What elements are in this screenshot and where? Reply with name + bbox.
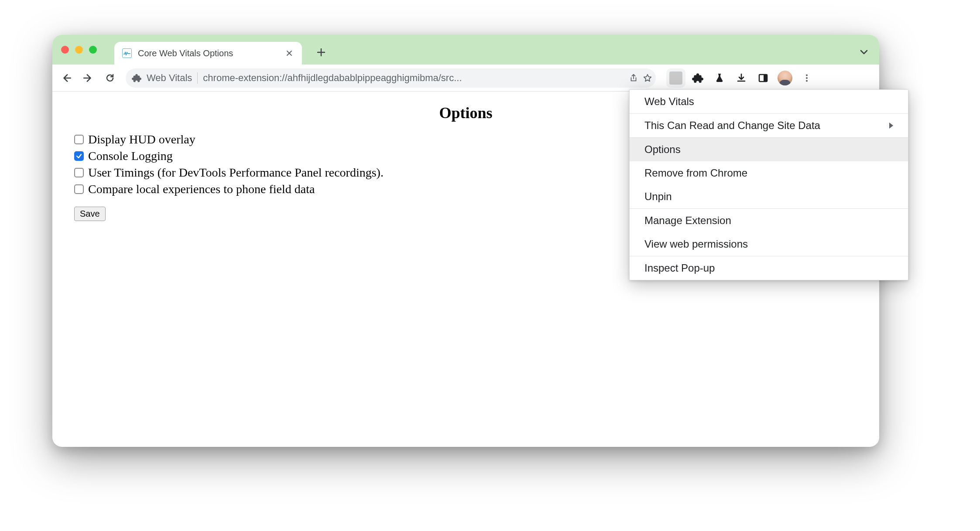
toolbar: Web Vitals chrome-extension://ahfhijdleg… [52,65,879,92]
forward-button[interactable] [79,68,98,88]
menu-item-label: Manage Extension [644,214,731,227]
omnibox-extension-name: Web Vitals [147,72,192,84]
submenu-arrow-icon [889,123,893,129]
extensions-button[interactable] [689,69,706,87]
svg-point-4 [806,80,808,82]
option-label: Compare local experiences to phone field… [88,182,315,196]
tab-favicon-icon [122,48,132,58]
chrome-menu-button[interactable] [798,69,816,87]
extension-icon [132,73,141,83]
menu-item-site-data[interactable]: This Can Read and Change Site Data [630,114,908,137]
omnibox-url: chrome-extension://ahfhijdlegdabablpippe… [203,72,624,84]
svg-point-3 [806,77,808,78]
menu-item-label: Inspect Pop-up [644,262,715,274]
close-window-button[interactable] [61,46,69,54]
menu-item-label: Remove from Chrome [644,167,747,179]
extension-context-menu: Web Vitals This Can Read and Change Site… [629,89,908,280]
tab-title: Core Web Vitals Options [138,48,278,58]
menu-item-label: This Can Read and Change Site Data [644,119,820,132]
bookmark-star-icon[interactable] [643,73,652,83]
checkbox-user-timings[interactable] [74,168,84,177]
window-controls [61,46,97,54]
labs-button[interactable] [711,69,728,87]
menu-item-remove[interactable]: Remove from Chrome [630,161,908,185]
svg-rect-1 [764,75,767,82]
profile-avatar[interactable] [776,69,794,87]
menu-item-inspect-popup[interactable]: Inspect Pop-up [630,256,908,280]
svg-point-2 [806,74,808,76]
side-panel-button[interactable] [754,69,772,87]
browser-tab[interactable]: Core Web Vitals Options [114,42,302,65]
minimize-window-button[interactable] [75,46,83,54]
downloads-button[interactable] [733,69,750,87]
option-label: Display HUD overlay [88,133,195,146]
reload-button[interactable] [100,68,120,88]
context-menu-header: Web Vitals [630,90,908,113]
maximize-window-button[interactable] [89,46,97,54]
menu-item-manage-extension[interactable]: Manage Extension [630,209,908,232]
checkbox-hud-overlay[interactable] [74,135,84,144]
menu-item-label: View web permissions [644,238,748,250]
menu-item-label: Options [644,143,681,156]
current-extension-button[interactable] [667,69,685,87]
avatar-icon [778,71,792,85]
back-button[interactable] [57,68,76,88]
menu-item-unpin[interactable]: Unpin [630,185,908,208]
tab-strip: Core Web Vitals Options [52,35,879,65]
new-tab-button[interactable] [312,44,330,61]
extension-square-icon [669,71,682,85]
tab-list-button[interactable] [859,47,869,57]
checkbox-compare-local[interactable] [74,184,84,194]
save-button[interactable]: Save [74,207,106,221]
share-icon[interactable] [629,73,638,83]
tab-close-button[interactable] [284,48,294,58]
address-bar[interactable]: Web Vitals chrome-extension://ahfhijdleg… [126,68,656,88]
checkbox-console-logging[interactable] [74,151,84,161]
option-label: User Timings (for DevTools Performance P… [88,166,384,180]
menu-item-options[interactable]: Options [630,138,908,161]
menu-item-view-permissions[interactable]: View web permissions [630,232,908,256]
context-menu-header-label: Web Vitals [644,95,694,108]
omnibox-separator [197,72,198,84]
option-label: Console Logging [88,149,173,163]
toolbar-actions [667,69,816,87]
menu-item-label: Unpin [644,191,672,203]
